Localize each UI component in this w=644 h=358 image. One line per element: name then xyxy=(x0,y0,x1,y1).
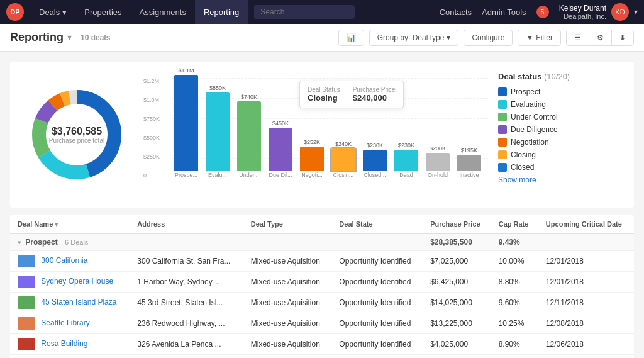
user-info: Kelsey Durant Dealpath, Inc. KD ▾ xyxy=(559,3,638,21)
configure-button[interactable]: Configure xyxy=(464,30,513,46)
table-row: Redwood Shores #5 45 West Parkway West, … xyxy=(10,355,634,359)
col-deal-name[interactable]: Deal Name ▾ xyxy=(10,215,130,233)
group-row-0[interactable]: ▾ Prospect 6 Deals $28,385,500 9.43% xyxy=(10,233,634,251)
table-row: Seattle Library 236 Redwood Highway, ...… xyxy=(10,313,634,334)
table-row: 45 Staten Island Plaza 45 3rd Street, St… xyxy=(10,293,634,313)
deal-status-legend: Deal status (10/20) Prospect Evaluating … xyxy=(498,72,624,198)
legend-evaluating[interactable]: Evaluating xyxy=(498,100,624,109)
deal-name-link[interactable]: 45 Staten Island Plaza xyxy=(41,298,116,306)
bar-tooltip: Deal Status Closing Purchase Price $240,… xyxy=(299,81,404,108)
app-logo[interactable]: DP xyxy=(6,3,24,21)
col-cap-rate[interactable]: Cap Rate xyxy=(491,215,538,233)
bar-dead[interactable]: $230K Dead xyxy=(392,142,420,178)
donut-chart: $3,760,585 Purchase price total xyxy=(20,72,133,198)
bar-negotiation[interactable]: $252K Negoti... xyxy=(298,139,326,178)
legend-prospect[interactable]: Prospect xyxy=(498,87,624,96)
top-nav: DP Deals ▾ Properties Assignments Report… xyxy=(0,0,644,24)
col-critical-date[interactable]: Upcoming Critical Date xyxy=(538,215,634,233)
download-button[interactable]: ⬇ xyxy=(612,30,633,45)
deal-name-link[interactable]: Seattle Library xyxy=(41,318,89,327)
user-avatar[interactable]: KD xyxy=(611,3,629,21)
y-axis: $1.2M $1.0M $750K $500K $250K 0 xyxy=(143,78,160,191)
filter-button[interactable]: ▼ Filter xyxy=(518,30,561,46)
search-input[interactable] xyxy=(254,5,355,19)
deal-name-link[interactable]: Rosa Building xyxy=(41,339,87,348)
nav-deals[interactable]: Deals ▾ xyxy=(30,0,75,24)
nav-assignments[interactable]: Assignments xyxy=(131,0,195,24)
bar-inactive[interactable]: $195K Inactive xyxy=(455,147,483,178)
page-title: Reporting ▾ 10 deals xyxy=(10,31,110,44)
legend-closing[interactable]: Closing xyxy=(498,150,624,159)
legend-under-control[interactable]: Under Control xyxy=(498,113,624,121)
deal-name-link[interactable]: Sydney Opera House xyxy=(41,277,113,286)
table-row: 300 California 300 California St. San Fr… xyxy=(10,251,634,272)
bar-evaluating[interactable]: $850K Evalu... xyxy=(204,85,231,178)
legend-due-diligence[interactable]: Due Diligence xyxy=(498,125,624,134)
group-by-button[interactable]: Group by: Deal type ▾ xyxy=(369,30,459,46)
col-address[interactable]: Address xyxy=(130,215,243,233)
view-toggle: ☰ ⚙ ⬇ xyxy=(566,30,634,46)
nav-contacts[interactable]: Contacts xyxy=(440,8,472,17)
nav-properties[interactable]: Properties xyxy=(75,0,130,24)
table-row: Rosa Building 326 Avenida La Penca ... M… xyxy=(10,334,634,355)
bar-due-diligence[interactable]: $450K Due Dil... xyxy=(267,120,294,178)
col-purchase-price[interactable]: Purchase Price xyxy=(423,215,491,233)
chart-area: $3,760,585 Purchase price total $1.2M $1… xyxy=(10,62,634,208)
deals-table: Deal Name ▾ Address Deal Type Deal State… xyxy=(10,215,634,358)
list-view-button[interactable]: ☰ xyxy=(567,30,589,45)
table-row: Sydney Opera House 1 Harbor Way, Sydney,… xyxy=(10,272,634,293)
nav-admin-tools[interactable]: Admin Tools xyxy=(482,8,526,17)
deal-name-link[interactable]: 300 California xyxy=(41,256,87,265)
col-deal-state[interactable]: Deal State xyxy=(331,215,423,233)
subheader-actions: 📊 Group by: Deal type ▾ Configure ▼ Filt… xyxy=(338,30,634,46)
notification-badge[interactable]: 5 xyxy=(536,6,549,18)
bar-under-control[interactable]: $740K Under... xyxy=(235,94,263,178)
bar-on-hold[interactable]: $200K On-hold xyxy=(424,145,452,178)
bar-prospect[interactable]: $1.1M Prospe... xyxy=(172,67,200,178)
main-content: $3,760,585 Purchase price total $1.2M $1… xyxy=(0,52,644,358)
col-deal-type[interactable]: Deal Type xyxy=(243,215,332,233)
show-more-button[interactable]: Show more xyxy=(498,176,624,184)
legend-negotiation[interactable]: Negotiation xyxy=(498,138,624,147)
subheader: Reporting ▾ 10 deals 📊 Group by: Deal ty… xyxy=(0,24,644,52)
legend-closed[interactable]: Closed xyxy=(498,163,624,172)
settings-button[interactable]: ⚙ xyxy=(589,30,612,45)
chart-view-button[interactable]: 📊 xyxy=(338,30,364,46)
nav-items: Deals ▾ Properties Assignments Reporting xyxy=(30,0,248,24)
nav-reporting[interactable]: Reporting xyxy=(195,0,248,24)
bar-closing[interactable]: $240K Closin... xyxy=(330,141,357,178)
bar-closed[interactable]: $230K Closed... xyxy=(361,142,389,178)
nav-right: Contacts Admin Tools 5 Kelsey Durant Dea… xyxy=(440,3,638,21)
